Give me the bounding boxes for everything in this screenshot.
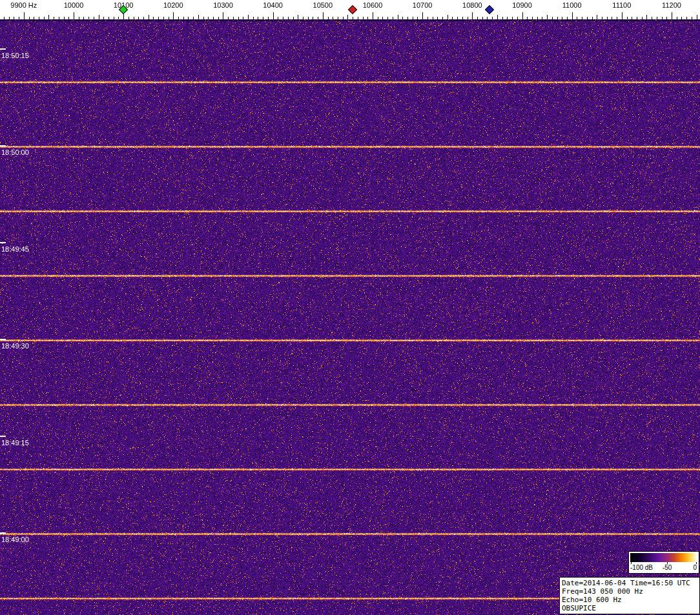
colorbar-label-max: 0 <box>693 564 697 571</box>
colorbar-legend: -100 dB -50 0 <box>628 551 699 574</box>
freq-tick-label: 11000 <box>562 1 582 9</box>
freq-tick-label: 10400 <box>263 1 283 9</box>
frequency-ruler[interactable]: 9900 Hz100001010010200103001040010500106… <box>0 0 700 19</box>
waterfall-spectrogram-app: 9900 Hz100001010010200103001040010500106… <box>0 0 700 615</box>
freq-tick-label: 10500 <box>313 1 333 9</box>
time-tick <box>0 532 6 534</box>
colorbar-gradient <box>630 553 697 562</box>
info-line-echo: Echo=10 600 Hz <box>562 596 697 604</box>
freq-tick-label: 10900 <box>512 1 532 9</box>
freq-tick-label: 10700 <box>413 1 433 9</box>
time-label: 18:50:00 <box>1 148 29 156</box>
time-tick <box>0 339 6 340</box>
info-line-station: OBSUPICE <box>562 604 697 612</box>
colorbar-label-row: -100 dB -50 0 <box>630 564 697 572</box>
freq-tick-label: 10300 <box>213 1 233 9</box>
time-label: 18:49:45 <box>1 245 29 253</box>
time-label: 18:49:00 <box>1 536 29 543</box>
time-tick <box>0 48 6 50</box>
freq-tick-label: 11100 <box>612 1 631 9</box>
freq-tick-label: 10800 <box>462 1 482 9</box>
time-label: 18:49:15 <box>1 439 29 447</box>
info-line-date: Date=2014-06-04 Time=16:50 UTC <box>562 579 697 587</box>
time-tick <box>0 145 6 146</box>
info-box: Date=2014-06-04 Time=16:50 UTC Freq=143 … <box>559 577 700 614</box>
freq-tick-label: 11200 <box>662 1 681 9</box>
waterfall-display <box>0 19 700 615</box>
time-label: 18:50:15 <box>1 52 29 59</box>
time-tick <box>0 242 6 243</box>
info-line-freq: Freq=143 050 000 Hz <box>562 587 697 596</box>
colorbar-label-mid: -50 <box>663 564 672 571</box>
time-tick <box>0 436 6 437</box>
freq-tick-label: 9900 Hz <box>10 1 37 9</box>
freq-tick-label: 10200 <box>163 1 183 9</box>
time-label: 18:49:30 <box>1 342 29 350</box>
colorbar-label-min: -100 dB <box>630 564 653 571</box>
freq-tick-label: 10000 <box>64 1 84 9</box>
freq-tick-label: 10600 <box>363 1 383 9</box>
